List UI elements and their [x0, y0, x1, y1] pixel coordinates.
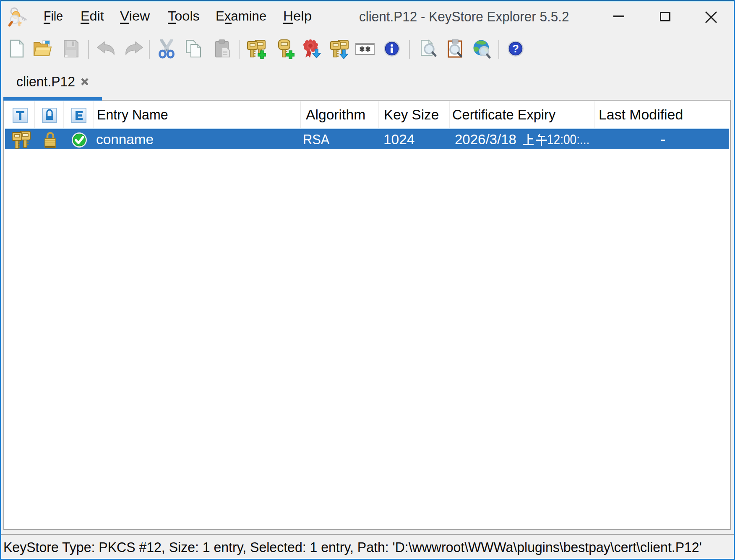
svg-text:?: ? — [512, 42, 519, 55]
